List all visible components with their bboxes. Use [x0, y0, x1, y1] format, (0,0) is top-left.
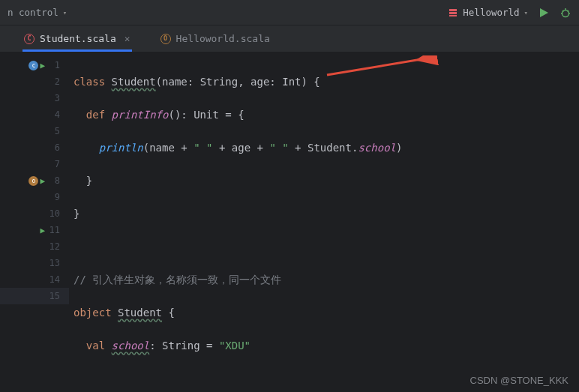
line-number: 5 — [46, 126, 60, 136]
svg-line-9 — [327, 57, 435, 75]
scala-file-icon: O — [160, 34, 171, 44]
tab-label: Student.scala — [40, 33, 116, 44]
class-gutter-icon[interactable]: c — [28, 61, 38, 70]
svg-rect-1 — [449, 12, 457, 14]
code-area[interactable]: class Student(name: String, age: Int) { … — [69, 52, 402, 392]
debug-icon[interactable] — [560, 7, 572, 19]
object-gutter-icon[interactable]: o — [28, 176, 38, 186]
line-number: 1 — [46, 60, 60, 70]
scala-config-icon — [448, 7, 458, 18]
tab-student-scala[interactable]: C Student.scala × — [16, 25, 138, 52]
tab-label: Helloworld.scala — [176, 33, 270, 44]
run-icon[interactable] — [538, 7, 549, 18]
line-number: 7 — [46, 159, 60, 169]
gutter: c▶1 2 3 4 5 6 7 o▶8 9 10 ▶11 12 13 14 15 — [0, 52, 69, 392]
top-toolbar: n control ▾ Helloworld ▾ — [0, 0, 579, 25]
line-number: 3 — [46, 93, 60, 103]
watermark: CSDN @STONE_KKK — [470, 375, 568, 386]
line-number: 11 — [46, 225, 60, 235]
line-number: 9 — [46, 192, 60, 202]
svg-rect-0 — [449, 9, 457, 11]
run-gutter-icon[interactable]: ▶ — [40, 61, 45, 70]
line-number: 14 — [46, 274, 60, 285]
line-number: 10 — [46, 208, 60, 219]
scala-file-icon: C — [24, 34, 34, 44]
line-number: 8 — [46, 175, 60, 186]
tab-helloworld-scala[interactable]: O Helloworld.scala — [153, 25, 278, 52]
line-number: 15 — [46, 291, 60, 301]
line-number: 2 — [46, 76, 60, 87]
run-gutter-icon[interactable]: ▶ — [40, 176, 45, 186]
close-icon[interactable]: × — [124, 33, 130, 44]
code-editor[interactable]: c▶1 2 3 4 5 6 7 o▶8 9 10 ▶11 12 13 14 15… — [0, 52, 579, 392]
run-config-selector[interactable]: Helloworld ▾ — [448, 7, 528, 18]
chevron-down-icon: ▾ — [524, 9, 528, 16]
menu-label: n control — [8, 7, 58, 18]
run-gutter-icon[interactable]: ▶ — [40, 226, 45, 235]
line-number: 4 — [46, 109, 60, 120]
editor-tabs: C Student.scala × O Helloworld.scala — [0, 25, 579, 52]
svg-rect-2 — [449, 15, 457, 16]
run-config-label: Helloworld — [463, 7, 519, 18]
line-number: 6 — [46, 142, 60, 153]
chevron-down-icon: ▾ — [63, 9, 67, 16]
line-number: 13 — [46, 258, 60, 268]
menu-item[interactable]: n control ▾ — [8, 7, 67, 18]
line-number: 12 — [46, 241, 60, 252]
